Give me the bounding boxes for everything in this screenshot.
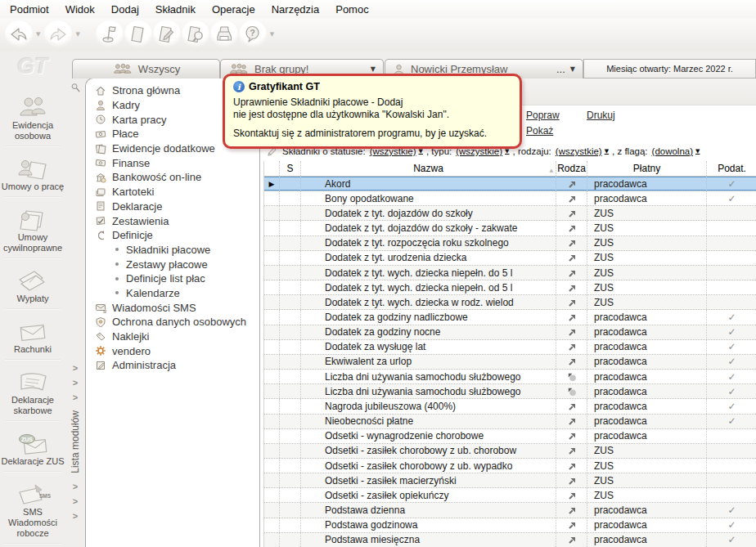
arrow-ne-icon [567, 283, 577, 293]
module-wyplaty[interactable]: Wypłaty [0, 269, 65, 315]
table-row[interactable]: Dodatek z tyt. wych. dziecka niepełn. do… [264, 266, 756, 280]
svg-text:ZUS: ZUS [21, 437, 33, 442]
dropdown-arrow-icon: ▼ [419, 148, 423, 155]
table-row[interactable]: Podstawa dziennapracodawca✓ [264, 503, 756, 518]
table-row[interactable]: ▶Akordpracodawca✓ [264, 177, 756, 191]
table-row[interactable]: Liczba dni używania samochodu służbowego… [264, 370, 756, 384]
table-row[interactable]: Ekwiwalent za urloppracodawca✓ [264, 355, 756, 370]
dropdown-arrow-icon[interactable]: ▼ [270, 31, 274, 38]
nav-item-naklejki[interactable]: Naklejki [86, 330, 259, 344]
nav-item-deklaracje[interactable]: Deklaracje [86, 200, 259, 214]
table-row[interactable]: Dodatek za godziny nocnepracodawca✓ [264, 325, 756, 340]
print-button[interactable] [210, 20, 238, 48]
nav-item-vendero[interactable]: vendero [86, 343, 259, 358]
check-icon: ✓ [727, 178, 736, 190]
module-deklaracje-zus[interactable]: ZUSDeklaracje ZUS [0, 432, 65, 478]
table-row[interactable]: Dodatek z tyt. wych. dziecka w rodz. wie… [264, 295, 756, 310]
chevron-right-icon[interactable]: > [73, 378, 78, 388]
module-deklaracje-skarbowe[interactable]: Deklaracjeskarbowe [0, 370, 65, 427]
nav-item-skladniki-placowe[interactable]: Składniki płacowe [86, 243, 259, 258]
table-row[interactable]: Nieobecności płatnepracodawca✓ [264, 415, 756, 429]
filter-value-rodzaju[interactable]: (wszystkie)▼ [556, 146, 609, 156]
chevron-right-icon[interactable]: > [73, 496, 78, 506]
new-document-button[interactable] [124, 20, 152, 48]
menu-item-pomoc[interactable]: Pomoc [327, 1, 376, 18]
table-row[interactable]: Odsetki - zasiłek macierzyńskiZUS [264, 473, 756, 488]
table-row[interactable]: Dodatek z tyt. dojazdów do szkoły - zakw… [264, 221, 756, 235]
pin-icon[interactable] [70, 82, 81, 93]
header-nazwa[interactable]: Nazwa▲ [301, 161, 556, 176]
dropdown-arrow-icon[interactable]: ▼ [36, 31, 40, 38]
table-row[interactable]: Odsetki - zasiłek chorobowy z ub. chorob… [264, 444, 756, 459]
menu-item-skladnik[interactable]: Składnik [147, 1, 204, 18]
flag-button[interactable] [96, 20, 124, 48]
s-cell [280, 295, 301, 309]
toolbar: ▼▼?▼ [0, 18, 756, 51]
table-row[interactable]: Podstawa godzinowapracodawca✓ [264, 518, 756, 533]
nav-item-zestawy-placowe[interactable]: Zestawy płacowe [86, 257, 259, 271]
module-umowy-o-prace[interactable]: Umowy o pracę [0, 157, 65, 203]
report-icon [94, 215, 107, 226]
s-cell [280, 280, 301, 294]
table-row[interactable]: Dodatek za godziny nadliczbowepracodawca… [264, 310, 756, 325]
menu-item-operacje[interactable]: Operacje [204, 1, 263, 18]
chevron-right-icon[interactable]: > [73, 363, 78, 373]
header-podatek[interactable]: Podat. [707, 161, 756, 176]
filter-value-z-flaga[interactable]: (dowolna)▼ [652, 146, 700, 156]
menu-item-dodaj[interactable]: Dodaj [103, 1, 147, 18]
nav-item-wiadomosci-sms[interactable]: SMSWiadomości SMS [86, 300, 259, 315]
table-row[interactable]: Liczba dni używania samochodu służbowego… [264, 384, 756, 399]
nav-item-ochrona-danych-osobowych[interactable]: Ochrona danych osobowych [86, 315, 259, 330]
table-row[interactable]: Dodatek z tyt. wych. dziecka niepełn. od… [264, 280, 756, 295]
nav-item-kartoteki[interactable]: Kartoteki [86, 185, 259, 200]
check-icon: ✓ [727, 371, 736, 383]
svg-text:SMS: SMS [103, 310, 106, 314]
header-rodzaj[interactable]: Rodza [556, 161, 587, 176]
dropdown-arrow-icon[interactable]: ▼ [570, 65, 575, 73]
action-link-popraw[interactable]: Popraw [526, 110, 560, 121]
module-sms-wiadomosci-robocze[interactable]: SMSSMSWiadomościrobocze [0, 482, 65, 547]
dropdown-arrow-icon[interactable]: ▼ [75, 31, 79, 38]
header-marker[interactable] [264, 161, 280, 176]
nav-item-zestawienia[interactable]: Zestawienia [86, 213, 259, 228]
table-row[interactable]: Bony opodatkowanepracodawca✓ [264, 191, 756, 206]
table-row[interactable]: Podstawa miesięcznapracodawca✓ [264, 533, 756, 547]
table-row[interactable]: Dodatek za wysługę latpracodawca✓ [264, 340, 756, 355]
module-rachunki[interactable]: Rachunki [0, 320, 65, 365]
edit-button[interactable] [153, 20, 181, 48]
table-row[interactable]: Dodatek z tyt. urodzenia dzieckaZUS [264, 251, 756, 266]
nav-item-kalendarze[interactable]: Kalendarze [86, 286, 259, 301]
nav-item-definicje-list-plac[interactable]: Definicje list płac [86, 271, 259, 286]
nav-item-bankowosc-on-line[interactable]: Bankowość on-line [86, 170, 259, 185]
preview-button[interactable] [182, 20, 209, 48]
strip-chevrons-bottom: >>> [73, 482, 78, 521]
module-umowy-cywilnoprawne[interactable]: Umowycywilnoprawne [0, 208, 65, 264]
table-row[interactable]: Odsetki - zasiłek opiekuńczyZUS [264, 488, 756, 503]
dropdown-arrow-icon[interactable]: ▼ [371, 65, 376, 73]
menu-item-podmiot[interactable]: Podmiot [2, 1, 57, 18]
chevron-right-icon[interactable]: > [73, 482, 78, 491]
table-row[interactable]: Odsetki - wynagrodzenie chorobowepracoda… [264, 429, 756, 444]
menu-item-narzedzia[interactable]: Narzędzia [263, 1, 328, 18]
header-platny[interactable]: Płatny [587, 161, 707, 176]
table-row[interactable]: Dodatek z tyt. dojazdów do szkołyZUS [264, 206, 756, 221]
action-link-pokaz[interactable]: Pokaż [526, 125, 553, 137]
nav-item-finanse[interactable]: Finanse [86, 155, 259, 170]
action-link-drukuj[interactable]: Drukuj [587, 110, 615, 121]
help-button[interactable]: ?▼ [239, 20, 277, 48]
s-cell [280, 488, 301, 502]
chevron-right-icon[interactable]: > [73, 511, 78, 521]
menu-item-widok[interactable]: Widok [57, 1, 103, 18]
tab-wszyscy[interactable]: Wszyscy [72, 59, 220, 78]
check-icon: ✓ [727, 504, 736, 516]
back-button[interactable]: ▼ [5, 20, 43, 48]
table-row[interactable]: Odsetki - zasiłek chorobowy z ub. wypadk… [264, 459, 756, 473]
table-row[interactable]: Nagroda jubileuszowa (400%)pracodawca✓ [264, 399, 756, 414]
nav-item-definicje[interactable]: Definicje [86, 228, 259, 243]
chevron-right-icon[interactable]: > [73, 392, 78, 402]
table-row[interactable]: Dodatek z tyt. rozpoczęcia roku szkolneg… [264, 236, 756, 251]
header-s[interactable]: S [280, 161, 301, 176]
nav-item-administracja[interactable]: Administracja [86, 358, 259, 373]
module-ewidencja-osobowa[interactable]: Ewidencjaosobowa [0, 96, 65, 152]
forward-button[interactable]: ▼ [44, 20, 83, 48]
